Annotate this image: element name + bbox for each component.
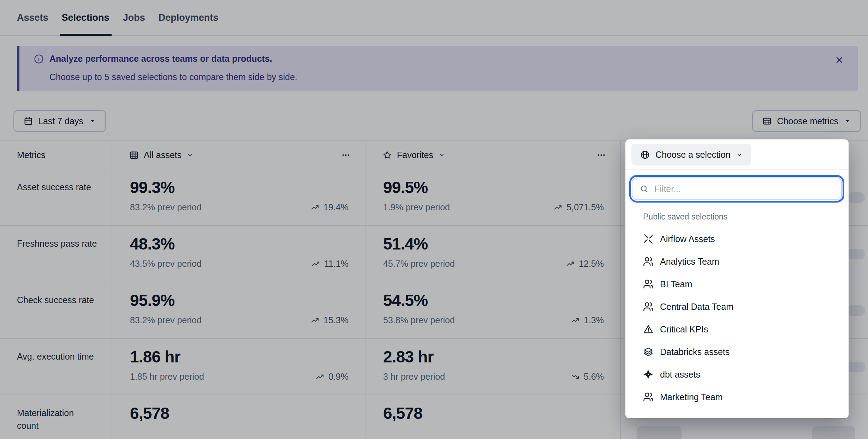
list-item-label: Analytics Team [660,257,719,267]
users-icon [643,301,654,312]
list-item-label: BI Team [660,279,692,289]
warning-icon [643,324,654,335]
group-label: Public saved selections [643,212,727,222]
choose-selection-label: Choose a selection [655,150,731,160]
filter-field [632,178,842,200]
airflow-icon [643,234,654,244]
users-icon [643,256,654,267]
list-item-label: Critical KPIs [660,324,708,335]
list-item-label: Marketing Team [660,392,723,402]
selection-panel-header: Choose a selection [625,139,849,170]
list-item-label: Central Data Team [660,302,733,312]
list-item[interactable]: Airflow Assets [625,228,849,250]
filter-input[interactable] [654,184,834,194]
selection-panel: Choose a selection Public saved selectio… [625,139,849,418]
globe-icon [640,150,650,160]
users-icon [643,392,654,402]
layers-icon [643,347,654,357]
dbt-icon [643,369,654,380]
list-item[interactable]: Analytics Team [625,250,849,273]
list-item[interactable]: Critical KPIs [625,318,849,341]
list-item[interactable]: BI Team [625,273,849,295]
list-item[interactable]: Marketing Team [625,386,849,408]
chevron-down-icon [736,151,743,158]
list-item-label: Databricks assets [660,347,730,357]
list-item-label: Airflow Assets [660,234,715,244]
list-item[interactable]: Central Data Team [625,295,849,318]
list-item[interactable]: Databricks assets [625,341,849,363]
list-item-label: dbt assets [660,369,700,380]
list-item[interactable]: dbt assets [625,363,849,386]
users-icon [643,279,654,289]
choose-selection-trigger[interactable]: Choose a selection [631,144,751,166]
saved-selections-list: Airflow Assets Analytics Team BI Team Ce… [625,228,849,408]
search-icon [640,184,649,193]
